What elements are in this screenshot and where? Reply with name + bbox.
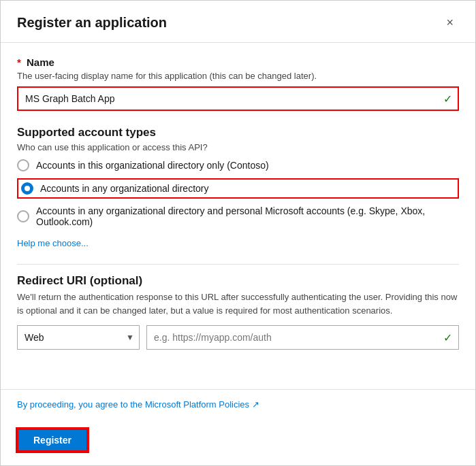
- redirect-input-wrapper: ✓: [146, 325, 459, 350]
- radio-org-only-label: Accounts in this organizational director…: [36, 160, 269, 171]
- policy-link[interactable]: By proceeding, you agree to the Microsof…: [17, 399, 259, 410]
- dialog-body: * Name The user-facing display name for …: [1, 43, 475, 389]
- account-types-title: Supported account types: [17, 126, 459, 139]
- name-label: * Name: [17, 56, 459, 68]
- policy-link-text: By proceeding, you agree to the Microsof…: [17, 399, 249, 410]
- radio-any-org-personal-label: Accounts in any organizational directory…: [36, 205, 459, 227]
- redirect-type-select[interactable]: Web Public client/native (mobile & deskt…: [17, 325, 140, 350]
- redirect-input-checkmark: ✓: [443, 331, 452, 344]
- account-types-section: Supported account types Who can use this…: [17, 126, 459, 249]
- name-input-wrapper: ✓: [17, 86, 459, 111]
- register-application-dialog: Register an application × * Name The use…: [0, 0, 476, 466]
- radio-item-any-org-personal[interactable]: Accounts in any organizational directory…: [17, 205, 459, 227]
- radio-any-org-label: Accounts in any organizational directory: [40, 183, 208, 194]
- account-types-radio-group: Accounts in this organizational director…: [17, 159, 459, 227]
- redirect-uri-description: We'll return the authentication response…: [17, 290, 459, 317]
- radio-any-org[interactable]: [21, 182, 33, 195]
- required-star: *: [17, 56, 21, 68]
- name-section: * Name The user-facing display name for …: [17, 56, 459, 111]
- register-button[interactable]: Register: [17, 429, 88, 452]
- radio-any-org-personal[interactable]: [17, 210, 29, 222]
- radio-org-only[interactable]: [17, 159, 29, 171]
- radio-item-any-org[interactable]: Accounts in any organizational directory: [17, 178, 459, 199]
- dialog-footer: By proceeding, you agree to the Microsof…: [1, 389, 475, 465]
- external-link-icon: ↗: [252, 399, 259, 410]
- account-types-description: Who can use this application or access t…: [17, 142, 459, 152]
- close-button[interactable]: ×: [441, 13, 459, 33]
- redirect-uri-input[interactable]: [146, 325, 459, 350]
- redirect-uri-row: Web Public client/native (mobile & deskt…: [17, 325, 459, 350]
- redirect-type-select-wrapper: Web Public client/native (mobile & deskt…: [17, 325, 140, 350]
- help-choose-link[interactable]: Help me choose...: [17, 238, 89, 248]
- name-description: The user-facing display name for this ap…: [17, 71, 459, 81]
- redirect-uri-section: Redirect URI (optional) We'll return the…: [17, 274, 459, 350]
- radio-item-org-only[interactable]: Accounts in this organizational director…: [17, 159, 459, 171]
- name-input-checkmark: ✓: [443, 93, 452, 105]
- dialog-title: Register an application: [17, 15, 167, 31]
- dialog-header: Register an application ×: [1, 1, 475, 43]
- section-divider: [17, 264, 459, 265]
- policy-link-row: By proceeding, you agree to the Microsof…: [17, 398, 459, 419]
- name-input[interactable]: [17, 86, 459, 111]
- redirect-uri-title: Redirect URI (optional): [17, 274, 459, 288]
